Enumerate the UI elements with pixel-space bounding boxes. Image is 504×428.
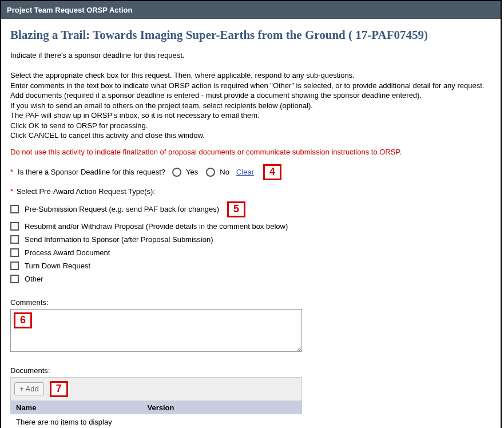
page-title: Blazing a Trail: Towards Imaging Super-E… (10, 28, 491, 42)
orsp-action-window: Project Team Request ORSP Action Blazing… (0, 0, 502, 428)
action-type-option-row: Turn Down Request (10, 259, 491, 272)
action-type-checkbox-3[interactable] (10, 248, 19, 257)
instruction-line: Click CANCEL to cancel this activity and… (10, 130, 491, 141)
warning-text: Do not use this activity to indicate fin… (10, 148, 491, 156)
documents-toolbar: + Add 7 (10, 377, 302, 401)
action-type-checkbox-2[interactable] (10, 235, 19, 244)
documents-add-button[interactable]: + Add (14, 382, 44, 395)
plus-icon: + (19, 385, 24, 393)
action-type-option-label: Turn Down Request (25, 261, 90, 270)
action-type-option-row: Resubmit and/or Withdraw Proposal (Provi… (10, 220, 491, 233)
action-type-section: * Select Pre-Award Action Request Type(s… (10, 187, 491, 196)
instruction-lead: Indicate if there's a sponsor deadline f… (10, 50, 491, 61)
annotation-6: 6 (14, 312, 32, 328)
annotation-7: 7 (50, 381, 68, 397)
sponsor-deadline-no-radio[interactable] (206, 168, 215, 177)
action-type-checkbox-5[interactable] (10, 275, 19, 283)
action-type-option-row: Other (10, 272, 491, 286)
instruction-line: Add documents (required if a sponsor dea… (10, 90, 491, 101)
annotation-5: 5 (227, 201, 245, 217)
instruction-line: The PAF will show up in ORSP's inbox, so… (10, 110, 491, 121)
comments-textarea[interactable] (10, 309, 302, 352)
documents-label: Documents: (10, 366, 302, 375)
window-content: Blazing a Trail: Towards Imaging Super-E… (1, 19, 501, 428)
comments-label: Comments: (10, 298, 491, 307)
required-marker: * (10, 168, 13, 176)
instructions-block: Indicate if there's a sponsor deadline f… (10, 50, 491, 141)
sponsor-deadline-label: Is there a Sponsor Deadline for this req… (18, 168, 165, 176)
documents-add-label: Add (26, 385, 39, 393)
instruction-line: If you wish to send an email to others o… (10, 101, 491, 111)
instruction-line: Click OK to send to ORSP for processing. (10, 121, 491, 131)
action-type-option-label: Send Information to Sponsor (after Propo… (25, 235, 213, 244)
action-type-checkbox-0[interactable] (10, 205, 19, 213)
action-type-option-row: Send Information to Sponsor (after Propo… (10, 233, 491, 246)
required-marker: * (10, 187, 13, 196)
action-type-checkbox-1[interactable] (10, 222, 19, 231)
action-type-option-label: Resubmit and/or Withdraw Proposal (Provi… (25, 222, 288, 231)
sponsor-deadline-yes-label: Yes (186, 168, 198, 176)
window-titlebar: Project Team Request ORSP Action (1, 1, 501, 19)
comments-block: Comments: 6 (10, 298, 491, 354)
documents-table-head: Name Version (10, 401, 302, 414)
action-type-option-row: Pre-Submission Request (e.g. send PAF ba… (10, 199, 491, 220)
sponsor-deadline-yes-radio[interactable] (172, 168, 181, 177)
documents-block: Documents: + Add 7 Name Version There (10, 366, 302, 428)
action-type-checkbox-4[interactable] (10, 261, 19, 270)
annotation-4: 4 (263, 164, 281, 180)
action-type-option-label: Other (25, 275, 43, 283)
action-type-label: Select Pre-Award Action Request Type(s): (17, 187, 155, 196)
documents-col-name: Name (10, 401, 142, 414)
action-type-option-row: Process Award Document (10, 246, 491, 259)
instruction-line: Enter comments in the text box to indica… (10, 81, 491, 91)
action-type-checklist: Pre-Submission Request (e.g. send PAF ba… (10, 199, 491, 286)
action-type-option-label: Pre-Submission Request (e.g. send PAF ba… (25, 205, 219, 213)
window-title: Project Team Request ORSP Action (7, 6, 132, 14)
documents-table: Name Version There are no items to displ… (10, 401, 302, 428)
documents-col-version: Version (142, 401, 303, 414)
sponsor-deadline-row: * Is there a Sponsor Deadline for this r… (10, 164, 491, 180)
documents-empty-row: There are no items to display (10, 414, 302, 428)
sponsor-deadline-no-label: No (220, 168, 229, 176)
action-type-option-label: Process Award Document (25, 248, 110, 257)
sponsor-deadline-clear-link[interactable]: Clear (236, 168, 254, 176)
instruction-line: Select the appropriate check box for thi… (10, 70, 491, 81)
documents-empty-text: There are no items to display (10, 414, 302, 428)
